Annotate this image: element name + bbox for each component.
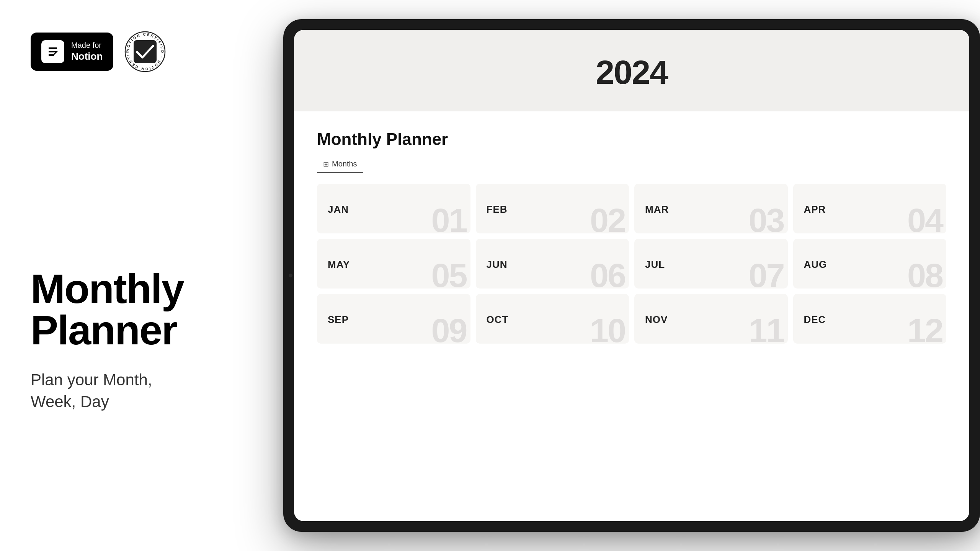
- month-name: JAN: [328, 204, 349, 215]
- month-card-oct[interactable]: OCT10: [476, 294, 629, 344]
- tab-bar: ⊞ Months: [317, 156, 946, 173]
- planner-title: Monthly Planner: [317, 130, 946, 149]
- month-card-feb[interactable]: FEB02: [476, 184, 629, 233]
- screen-content: Monthly Planner ⊞ Months JAN01FEB02MAR03…: [294, 111, 969, 521]
- month-name: MAR: [645, 204, 669, 215]
- badge-text: Made for Notion: [71, 41, 103, 63]
- title-line1: Monthly: [31, 268, 207, 310]
- month-number: 12: [907, 314, 942, 344]
- badges-container: Made for Notion NOTION CERTIFIED · NOTIO…: [31, 31, 166, 73]
- month-name: FEB: [487, 204, 508, 215]
- month-card-jul[interactable]: JUL07: [634, 239, 788, 289]
- title-line2: Planner: [31, 310, 207, 351]
- month-number: 09: [431, 314, 467, 344]
- screen-header: 2024: [294, 30, 969, 111]
- badge-top-text: Made for: [71, 41, 103, 50]
- notion-certified-badge: NOTION CERTIFIED · NOTION CERTIFIED ·: [124, 31, 166, 73]
- tablet-wrapper: 2024 Monthly Planner ⊞ Months JAN01FEB02…: [283, 19, 980, 532]
- made-for-notion-badge: Made for Notion: [31, 33, 113, 71]
- month-number: 01: [431, 204, 467, 233]
- month-card-aug[interactable]: AUG08: [793, 239, 947, 289]
- months-grid: JAN01FEB02MAR03APR04MAY05JUN06JUL07AUG08…: [317, 184, 946, 344]
- month-number: 07: [749, 259, 784, 289]
- month-card-sep[interactable]: SEP09: [317, 294, 470, 344]
- month-card-jun[interactable]: JUN06: [476, 239, 629, 289]
- month-name: JUN: [487, 259, 508, 271]
- month-number: 05: [431, 259, 467, 289]
- badge-bottom-text: Notion: [71, 50, 103, 63]
- month-name: SEP: [328, 314, 349, 326]
- month-card-nov[interactable]: NOV11: [634, 294, 788, 344]
- month-number: 10: [590, 314, 625, 344]
- tablet-frame: 2024 Monthly Planner ⊞ Months JAN01FEB02…: [283, 19, 980, 532]
- tab-label: Months: [332, 160, 357, 168]
- grid-icon: ⊞: [323, 160, 329, 168]
- month-name: MAY: [328, 259, 350, 271]
- month-card-jan[interactable]: JAN01: [317, 184, 470, 233]
- right-panel: 2024 Monthly Planner ⊞ Months JAN01FEB02…: [237, 0, 980, 551]
- year-display: 2024: [325, 53, 939, 92]
- main-title: Monthly Planner: [31, 268, 207, 351]
- months-tab[interactable]: ⊞ Months: [317, 156, 363, 173]
- month-number: 04: [907, 204, 942, 233]
- month-name: APR: [804, 204, 826, 215]
- month-name: JUL: [645, 259, 665, 271]
- month-number: 06: [590, 259, 625, 289]
- month-number: 11: [749, 314, 784, 344]
- month-name: OCT: [487, 314, 509, 326]
- left-panel: Made for Notion NOTION CERTIFIED · NOTIO…: [0, 0, 237, 551]
- month-name: AUG: [804, 259, 827, 271]
- tablet-camera: [289, 274, 292, 277]
- month-card-mar[interactable]: MAR03: [634, 184, 788, 233]
- month-number: 03: [749, 204, 784, 233]
- month-name: DEC: [804, 314, 826, 326]
- subtitle: Plan your Month,Week, Day: [31, 369, 207, 412]
- month-card-may[interactable]: MAY05: [317, 239, 470, 289]
- month-card-dec[interactable]: DEC12: [793, 294, 947, 344]
- month-number: 08: [907, 259, 942, 289]
- notion-icon: [41, 40, 64, 63]
- month-name: NOV: [645, 314, 668, 326]
- month-card-apr[interactable]: APR04: [793, 184, 947, 233]
- tablet-screen: 2024 Monthly Planner ⊞ Months JAN01FEB02…: [294, 30, 969, 521]
- month-number: 02: [590, 204, 625, 233]
